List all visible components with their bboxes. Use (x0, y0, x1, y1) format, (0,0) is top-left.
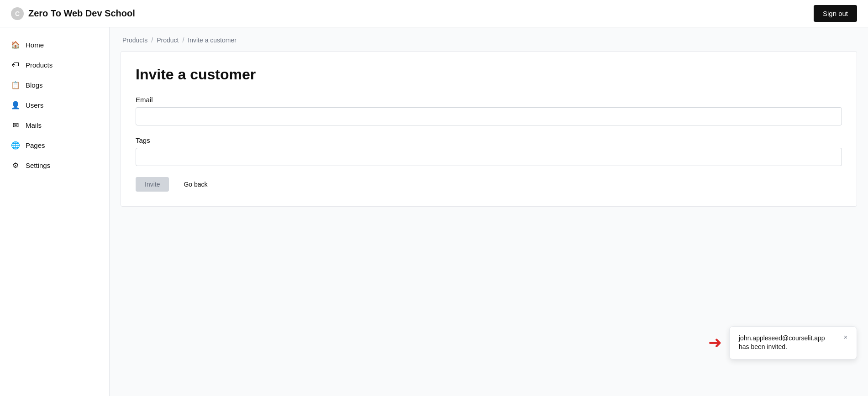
breadcrumb-products[interactable]: Products (122, 36, 147, 44)
sidebar-item-users-label: Users (26, 101, 43, 109)
users-icon: 👤 (11, 100, 20, 109)
sidebar-item-users[interactable]: 👤 Users (0, 95, 109, 115)
tags-group: Tags (136, 136, 842, 166)
breadcrumb-sep-1: / (151, 36, 153, 44)
breadcrumb: Products / Product / Invite a customer (110, 27, 868, 51)
sidebar-item-home-label: Home (26, 41, 44, 49)
settings-icon: ⚙ (11, 161, 20, 170)
header: C Zero To Web Dev School Sign out (0, 0, 868, 27)
sidebar-item-mails[interactable]: ✉ Mails (0, 115, 109, 135)
toast-notification: john.appleseed@courselit.app has been in… (729, 326, 857, 360)
pages-icon: 🌐 (11, 141, 20, 150)
email-field[interactable] (136, 107, 842, 125)
sidebar-item-blogs-label: Blogs (26, 81, 43, 89)
sidebar-item-products[interactable]: 🏷 Products (0, 55, 109, 75)
sidebar-item-settings[interactable]: ⚙ Settings (0, 155, 109, 175)
home-icon: 🏠 (11, 40, 20, 49)
toast-arrow-icon: ➜ (708, 334, 722, 351)
blogs-icon: 📋 (11, 80, 20, 89)
app-title: Zero To Web Dev School (28, 8, 135, 19)
toast-close-button[interactable]: × (844, 334, 847, 340)
sidebar-item-mails-label: Mails (26, 121, 42, 129)
products-icon: 🏷 (11, 60, 20, 69)
sign-out-button[interactable]: Sign out (814, 5, 857, 22)
toast-container: ➜ john.appleseed@courselit.app has been … (708, 326, 857, 360)
tags-field[interactable] (136, 148, 842, 166)
sidebar-item-products-label: Products (26, 61, 53, 69)
toast-message: john.appleseed@courselit.app has been in… (739, 334, 836, 352)
sidebar: 🏠 Home 🏷 Products 📋 Blogs 👤 Users ✉ Mail… (0, 27, 110, 396)
email-group: Email (136, 96, 842, 125)
sidebar-item-home[interactable]: 🏠 Home (0, 35, 109, 55)
form-actions: Invite Go back (136, 177, 842, 192)
page-title: Invite a customer (136, 66, 842, 83)
sidebar-item-blogs[interactable]: 📋 Blogs (0, 75, 109, 95)
sidebar-item-settings-label: Settings (26, 162, 50, 169)
breadcrumb-current: Invite a customer (188, 36, 237, 44)
breadcrumb-sep-2: / (182, 36, 184, 44)
email-label: Email (136, 96, 842, 104)
go-back-button[interactable]: Go back (174, 177, 216, 192)
tags-label: Tags (136, 136, 842, 144)
app-logo: C (11, 7, 24, 20)
sidebar-item-pages-label: Pages (26, 141, 45, 149)
sidebar-item-pages[interactable]: 🌐 Pages (0, 135, 109, 155)
invite-form-card: Invite a customer Email Tags Invite Go b… (121, 51, 857, 207)
invite-button[interactable]: Invite (136, 177, 169, 192)
mails-icon: ✉ (11, 120, 20, 130)
breadcrumb-product[interactable]: Product (157, 36, 179, 44)
header-left: C Zero To Web Dev School (11, 7, 135, 20)
